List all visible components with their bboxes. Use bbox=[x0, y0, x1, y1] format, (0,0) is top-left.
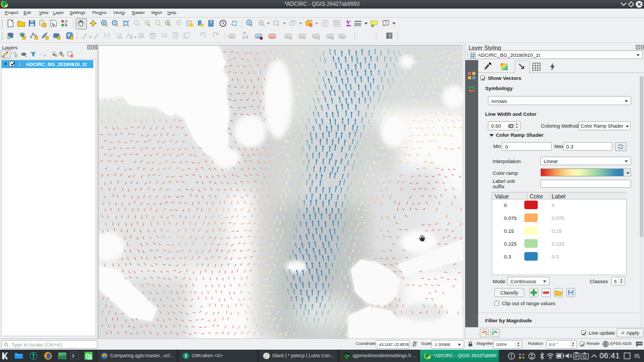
svg-text:T: T bbox=[385, 20, 387, 25]
svg-text:abl: abl bbox=[314, 35, 318, 38]
svg-text:abl: abl bbox=[286, 35, 290, 38]
svg-text:12: 12 bbox=[471, 54, 475, 57]
svg-text:abc: abc bbox=[270, 35, 275, 38]
svg-text:Σ: Σ bbox=[346, 19, 351, 27]
svg-text:1:1: 1:1 bbox=[42, 54, 46, 57]
svg-text:Qt: Qt bbox=[345, 353, 350, 359]
svg-text:abl: abl bbox=[230, 35, 234, 38]
svg-text:abl: abl bbox=[328, 35, 332, 38]
svg-text:abl: abl bbox=[340, 35, 344, 38]
svg-text:ε: ε bbox=[39, 51, 41, 57]
svg-text:abl: abl bbox=[300, 35, 304, 38]
svg-text:a: a bbox=[64, 22, 67, 27]
svg-text:?: ? bbox=[388, 33, 391, 39]
